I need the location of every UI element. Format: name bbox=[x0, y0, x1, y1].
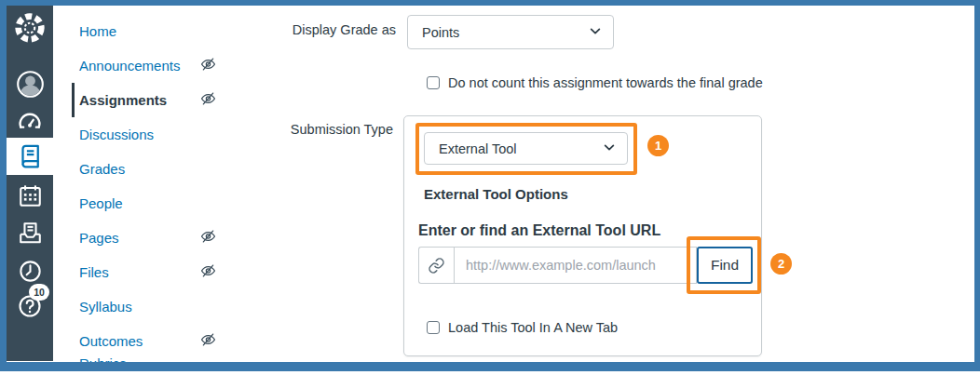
course-nav-link[interactable]: Syllabus bbox=[79, 299, 132, 315]
display-grade-selected-value: Points bbox=[422, 25, 459, 40]
course-nav-item-grades[interactable]: Grades bbox=[72, 152, 235, 186]
course-nav-link[interactable]: Home bbox=[79, 23, 116, 39]
course-nav-item-discussions[interactable]: Discussions bbox=[72, 117, 235, 152]
inbox-icon[interactable] bbox=[7, 218, 53, 248]
courses-icon[interactable] bbox=[7, 138, 53, 175]
course-nav: Home Announcements Assignments bbox=[72, 14, 235, 358]
step2-badge: 2 bbox=[770, 253, 792, 275]
final-grade-checkbox-row: Do not count this assignment towards the… bbox=[427, 75, 763, 90]
course-nav-item-files[interactable]: Files bbox=[72, 255, 235, 289]
submission-type-label: Submission Type bbox=[244, 122, 393, 137]
course-nav-item-pages[interactable]: Pages bbox=[72, 221, 235, 255]
new-tab-checkbox-label: Load This Tool In A New Tab bbox=[448, 320, 618, 335]
help-icon[interactable]: 10 bbox=[7, 290, 53, 322]
step1-highlight-box bbox=[415, 123, 637, 175]
dashboard-icon[interactable] bbox=[7, 106, 53, 138]
course-nav-link[interactable]: Discussions bbox=[79, 127, 154, 142]
course-nav-link[interactable]: Pages bbox=[79, 230, 119, 246]
course-nav-link[interactable]: Announcements bbox=[79, 58, 180, 74]
hidden-eye-icon bbox=[199, 89, 217, 111]
new-tab-checkbox[interactable] bbox=[427, 321, 440, 334]
history-icon[interactable] bbox=[7, 256, 53, 286]
global-nav: 10 bbox=[7, 6, 53, 361]
course-nav-item-home[interactable]: Home bbox=[72, 14, 235, 48]
external-tool-url-heading: Enter or find an External Tool URL bbox=[418, 222, 660, 239]
course-nav-item-syllabus[interactable]: Syllabus bbox=[72, 289, 235, 324]
final-grade-checkbox[interactable] bbox=[427, 76, 440, 89]
display-grade-select[interactable]: Points bbox=[407, 15, 614, 49]
display-grade-label: Display Grade as bbox=[247, 22, 396, 37]
hidden-eye-icon bbox=[199, 261, 217, 283]
calendar-icon[interactable] bbox=[7, 181, 53, 210]
link-icon bbox=[418, 247, 454, 284]
course-nav-item-assignments[interactable]: Assignments bbox=[72, 83, 235, 117]
course-nav-link[interactable]: Assignments bbox=[79, 92, 167, 108]
canvas-assignment-settings-screen: 10 Home Announcements Assignments bbox=[0, 0, 980, 375]
hidden-eye-icon bbox=[199, 55, 217, 76]
new-tab-checkbox-row: Load This Tool In A New Tab bbox=[427, 320, 618, 335]
course-nav-item-people[interactable]: People bbox=[72, 186, 235, 221]
course-nav-link[interactable]: Files bbox=[79, 264, 109, 280]
hidden-eye-icon bbox=[199, 227, 217, 248]
course-nav-item-announcements[interactable]: Announcements bbox=[72, 48, 235, 83]
external-tool-options-heading: External Tool Options bbox=[424, 186, 568, 202]
external-tool-url-input[interactable] bbox=[454, 247, 697, 284]
course-nav-link[interactable]: Grades bbox=[79, 161, 125, 177]
help-unread-badge: 10 bbox=[29, 284, 49, 301]
course-nav-item-outcomes[interactable]: Outcomes bbox=[72, 324, 235, 358]
step1-badge: 1 bbox=[647, 135, 669, 156]
step2-highlight-box bbox=[687, 236, 761, 294]
final-grade-checkbox-label: Do not count this assignment towards the… bbox=[448, 75, 763, 90]
hidden-eye-icon bbox=[199, 330, 217, 352]
chevron-down-icon bbox=[589, 24, 602, 40]
account-icon[interactable] bbox=[7, 67, 53, 100]
course-nav-link[interactable]: Outcomes bbox=[79, 333, 143, 349]
canvas-logo-icon[interactable] bbox=[7, 9, 53, 47]
course-nav-link[interactable]: People bbox=[79, 195, 123, 211]
